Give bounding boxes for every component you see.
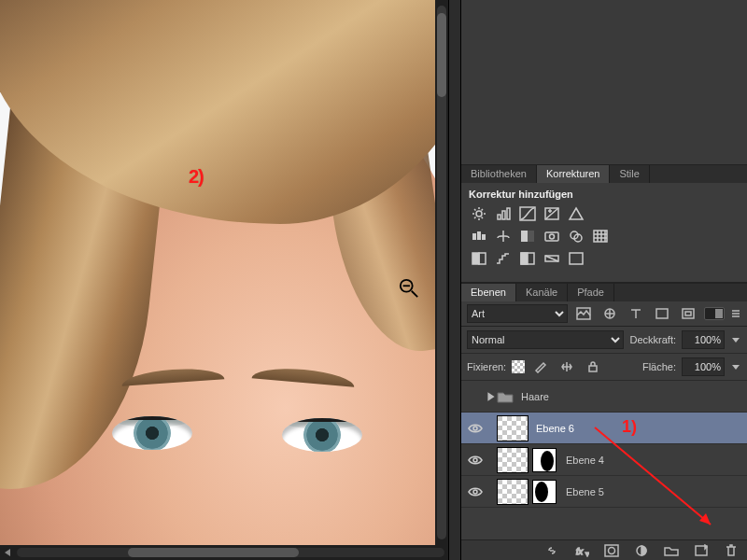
layers-panel-footer: fx — [461, 539, 747, 560]
visibility-toggle[interactable] — [465, 486, 486, 497]
group-disclose-icon[interactable] — [486, 391, 497, 402]
svg-rect-30 — [683, 309, 694, 318]
svg-line-1 — [412, 291, 417, 297]
layer-name[interactable]: Ebene 4 — [562, 455, 743, 466]
adjust-color-balance-icon[interactable] — [493, 228, 514, 245]
svg-marker-42 — [585, 553, 589, 556]
layer-mask-thumbnail[interactable] — [532, 480, 557, 504]
adjust-gradient-map-icon[interactable] — [542, 250, 562, 267]
layer-group-haare[interactable]: Haare — [461, 381, 747, 413]
svg-text:fx: fx — [576, 547, 584, 556]
svg-marker-3 — [5, 549, 10, 556]
adjustments-tab-bar: Bibliotheken Korrekturen Stile — [461, 164, 747, 183]
layer-list: Haare Ebene 6 Ebene 4 Ebene 5 — [461, 381, 747, 539]
visibility-toggle[interactable] — [465, 391, 486, 402]
visibility-toggle[interactable] — [465, 423, 486, 434]
adjust-exposure-icon[interactable] — [542, 205, 562, 222]
svg-marker-34 — [732, 365, 740, 370]
layer-ebene-6[interactable]: Ebene 6 — [461, 413, 747, 444]
fill-dropdown-icon[interactable] — [730, 361, 741, 372]
adjust-levels-icon[interactable] — [493, 205, 514, 222]
tab-korrekturen[interactable]: Korrekturen — [537, 165, 610, 183]
svg-rect-15 — [528, 231, 534, 242]
svg-point-4 — [476, 211, 482, 217]
adjust-vibrance-icon[interactable] — [566, 205, 586, 222]
tab-pfade[interactable]: Pfade — [568, 284, 614, 301]
layers-panel-menu-icon[interactable] — [730, 308, 741, 319]
adjust-brightness-icon[interactable] — [469, 205, 489, 222]
new-group-icon[interactable] — [661, 542, 682, 559]
svg-rect-14 — [521, 231, 528, 242]
blend-mode-select[interactable]: Normal — [467, 330, 624, 349]
adjust-bw-icon[interactable] — [517, 228, 538, 245]
document-canvas[interactable]: 2) — [0, 0, 448, 560]
layer-filter-kind-select[interactable]: Art — [467, 304, 568, 323]
svg-rect-29 — [656, 309, 668, 318]
lock-position-icon[interactable] — [557, 358, 577, 375]
svg-point-37 — [473, 458, 477, 462]
adjust-threshold-icon[interactable] — [517, 250, 538, 267]
new-adjustment-layer-icon[interactable] — [631, 542, 652, 559]
fill-input[interactable] — [682, 357, 725, 376]
filter-adjust-icon[interactable] — [599, 305, 620, 322]
layer-style-icon[interactable]: fx — [571, 542, 592, 559]
add-mask-icon[interactable] — [601, 542, 622, 559]
adjust-selective-color-icon[interactable] — [566, 250, 586, 267]
adjust-curves-icon[interactable] — [517, 205, 538, 222]
svg-rect-31 — [685, 312, 691, 315]
filter-smartobj-icon[interactable] — [678, 305, 698, 322]
adjust-posterize-icon[interactable] — [493, 250, 514, 267]
svg-rect-33 — [589, 366, 597, 371]
layer-thumbnail[interactable] — [497, 415, 529, 441]
layer-filter-toggle[interactable] — [704, 307, 725, 320]
layer-ebene-4[interactable]: Ebene 4 — [461, 444, 747, 476]
adjust-color-lookup-icon[interactable] — [590, 228, 611, 245]
layer-name[interactable]: Ebene 5 — [562, 486, 743, 497]
lock-label: Fixieren: — [467, 361, 506, 372]
delete-layer-icon[interactable] — [721, 542, 741, 559]
opacity-dropdown-icon[interactable] — [730, 334, 741, 345]
svg-point-44 — [609, 547, 615, 553]
lock-all-icon[interactable] — [583, 358, 603, 375]
adjust-hue-icon[interactable] — [469, 228, 489, 245]
svg-rect-21 — [472, 253, 479, 264]
visibility-toggle[interactable] — [465, 455, 486, 466]
svg-rect-24 — [521, 253, 528, 264]
panel-dock-gutter[interactable] — [448, 0, 461, 560]
lock-transparency-icon[interactable] — [512, 360, 525, 373]
new-layer-icon[interactable] — [691, 542, 712, 559]
tab-ebenen[interactable]: Ebenen — [461, 284, 516, 301]
svg-marker-10 — [570, 208, 583, 219]
collapsed-panel-area — [461, 0, 747, 164]
adjust-channel-mixer-icon[interactable] — [566, 228, 586, 245]
adjust-photo-filter-icon[interactable] — [542, 228, 562, 245]
layer-thumbnail[interactable] — [497, 447, 529, 473]
layer-mask-thumbnail[interactable] — [532, 448, 557, 472]
filter-shape-icon[interactable] — [652, 305, 672, 322]
zoom-out-cursor — [399, 278, 419, 301]
svg-marker-35 — [487, 392, 494, 401]
svg-rect-13 — [482, 234, 486, 240]
link-layers-icon[interactable] — [542, 542, 562, 559]
canvas-horizontal-scrollbar[interactable] — [0, 545, 448, 560]
svg-rect-26 — [570, 253, 583, 264]
svg-rect-11 — [472, 233, 476, 240]
tab-stile[interactable]: Stile — [610, 165, 649, 183]
lock-pixels-icon[interactable] — [530, 358, 551, 375]
layer-thumbnail[interactable] — [497, 479, 529, 505]
layer-name[interactable]: Haare — [517, 391, 743, 402]
tab-kanaele[interactable]: Kanäle — [516, 284, 568, 301]
svg-marker-40 — [699, 513, 711, 525]
fill-label: Fläche: — [642, 361, 676, 372]
filter-pixel-icon[interactable] — [573, 305, 594, 322]
opacity-input[interactable] — [682, 330, 725, 349]
layer-ebene-5[interactable]: Ebene 5 — [461, 476, 747, 508]
adjust-invert-icon[interactable] — [469, 250, 489, 267]
svg-point-38 — [473, 490, 477, 494]
svg-rect-22 — [479, 253, 486, 264]
filter-type-icon[interactable] — [626, 305, 646, 322]
layer-name[interactable]: Ebene 6 — [532, 423, 743, 434]
tab-bibliotheken[interactable]: Bibliotheken — [461, 165, 537, 183]
svg-rect-7 — [507, 208, 510, 219]
canvas-vertical-scrollbar[interactable] — [435, 0, 448, 545]
